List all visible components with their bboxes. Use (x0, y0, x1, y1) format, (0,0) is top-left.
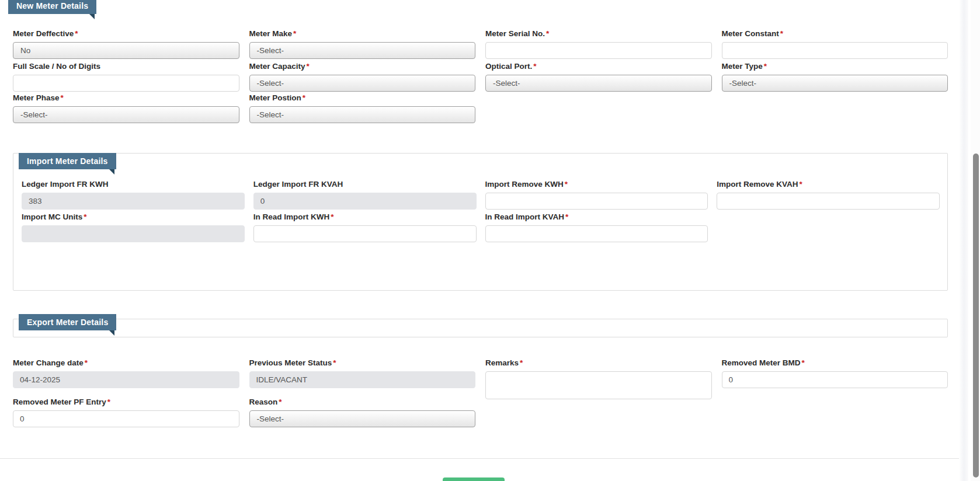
meter-type-label: Meter Type* (722, 62, 948, 71)
meter-serial-no-input[interactable] (485, 42, 712, 59)
section-header-export-meter-details: Export Meter Details (19, 314, 116, 330)
footer-divider (0, 458, 967, 459)
field-remarks: Remarks* (485, 358, 712, 399)
field-removed-meter-bmd: Removed Meter BMD* (722, 358, 948, 399)
right-gutter (959, 0, 968, 481)
field-import-remove-kvah: Import Remove KVAH* (717, 180, 940, 210)
ledger-import-fr-kwh-label: Ledger Import FR KWH (22, 180, 245, 189)
new-meter-row-2: Full Scale / No of Digits Meter Capacity… (13, 62, 948, 92)
import-remove-kvah-input[interactable] (717, 193, 940, 210)
field-full-scale: Full Scale / No of Digits (13, 62, 239, 92)
reason-select[interactable]: -Select- (249, 410, 476, 427)
field-meter-phase: Meter Phase* -Select- (13, 93, 239, 123)
in-read-import-kwh-input[interactable] (253, 225, 477, 242)
import-row-1: Ledger Import FR KWH Ledger Import FR KV… (22, 180, 940, 210)
optical-port-label: Optical Port.* (485, 62, 712, 71)
field-previous-meter-status: Previous Meter Status* (249, 358, 476, 399)
meter-position-select[interactable]: -Select- (249, 106, 476, 123)
field-meter-change-date: Meter Change date* (13, 358, 239, 399)
section-header-import-meter-details: Import Meter Details (19, 153, 116, 169)
optical-port-select[interactable]: -Select- (485, 75, 712, 92)
previous-meter-status-label: Previous Meter Status* (249, 358, 476, 367)
meter-make-label: Meter Make* (249, 29, 476, 38)
field-meter-type: Meter Type* -Select- (722, 62, 948, 92)
field-meter-capacity: Meter Capacity* -Select- (249, 62, 476, 92)
meter-defective-label: Meter Deffective* (13, 29, 239, 38)
removal-row-1: Meter Change date* Previous Meter Status… (13, 358, 948, 399)
meter-capacity-select[interactable]: -Select- (249, 75, 476, 92)
removal-row-2: Removed Meter PF Entry* Reason* -Select- (13, 398, 948, 427)
meter-constant-label: Meter Constant* (722, 29, 948, 38)
scrollbar-thumb[interactable] (973, 154, 979, 477)
meter-type-select[interactable]: -Select- (722, 75, 948, 92)
meter-constant-input[interactable] (722, 42, 948, 59)
ledger-import-fr-kwh-input (22, 193, 245, 210)
field-reason: Reason* -Select- (249, 398, 476, 427)
in-read-import-kvah-label: In Read Import KVAH* (485, 212, 708, 221)
field-meter-serial-no: Meter Serial No.* (485, 29, 712, 59)
field-in-read-import-kvah: In Read Import KVAH* (485, 212, 708, 242)
removed-meter-bmd-label: Removed Meter BMD* (722, 358, 948, 367)
field-meter-position: Meter Postion* -Select- (249, 93, 476, 123)
field-ledger-import-fr-kwh: Ledger Import FR KWH (22, 180, 245, 210)
in-read-import-kvah-input[interactable] (485, 225, 708, 242)
removed-meter-pf-entry-label: Removed Meter PF Entry* (13, 398, 239, 406)
meter-change-date-label: Meter Change date* (13, 358, 239, 367)
import-mc-units-input (22, 225, 245, 242)
import-row-2: Import MC Units* In Read Import KWH* In … (22, 212, 940, 242)
new-meter-row-3: Meter Phase* -Select- Meter Postion* -Se… (13, 93, 948, 123)
remarks-label: Remarks* (485, 358, 712, 367)
import-mc-units-label: Import MC Units* (22, 212, 245, 221)
import-remove-kvah-label: Import Remove KVAH* (717, 180, 940, 189)
field-removed-meter-pf-entry: Removed Meter PF Entry* (13, 398, 239, 427)
submit-button[interactable] (443, 477, 505, 481)
reason-label: Reason* (249, 398, 476, 406)
remarks-textarea[interactable] (485, 371, 712, 399)
field-meter-defective: Meter Deffective* No (13, 29, 239, 59)
meter-serial-no-label: Meter Serial No.* (485, 29, 712, 38)
section-header-new-meter-details: New Meter Details (8, 0, 96, 14)
field-meter-constant: Meter Constant* (722, 29, 948, 59)
field-meter-make: Meter Make* -Select- (249, 29, 476, 59)
removed-meter-bmd-input[interactable] (722, 371, 948, 388)
meter-defective-select[interactable]: No (13, 42, 239, 59)
meter-make-select[interactable]: -Select- (249, 42, 476, 59)
field-optical-port: Optical Port.* -Select- (485, 62, 712, 92)
in-read-import-kwh-label: In Read Import KWH* (253, 212, 477, 221)
full-scale-label: Full Scale / No of Digits (13, 62, 239, 71)
meter-phase-select[interactable]: -Select- (13, 106, 239, 123)
ledger-import-fr-kvah-label: Ledger Import FR KVAH (253, 180, 477, 189)
meter-position-label: Meter Postion* (249, 93, 476, 102)
ledger-import-fr-kvah-input (253, 193, 477, 210)
import-remove-kwh-label: Import Remove KWH* (485, 180, 708, 189)
meter-change-date-input (13, 371, 239, 388)
field-import-mc-units: Import MC Units* (22, 212, 245, 242)
field-in-read-import-kwh: In Read Import KWH* (253, 212, 477, 242)
removed-meter-pf-entry-input[interactable] (13, 410, 239, 427)
meter-capacity-label: Meter Capacity* (249, 62, 476, 71)
import-remove-kwh-input[interactable] (485, 193, 708, 210)
meter-phase-label: Meter Phase* (13, 93, 239, 102)
full-scale-input[interactable] (13, 75, 239, 92)
meter-change-form-page: New Meter Details Meter Deffective* No M… (0, 0, 980, 481)
previous-meter-status-input (249, 371, 476, 388)
new-meter-row-1: Meter Deffective* No Meter Make* -Select… (13, 29, 948, 59)
field-ledger-import-fr-kvah: Ledger Import FR KVAH (253, 180, 477, 210)
field-import-remove-kwh: Import Remove KWH* (485, 180, 708, 210)
export-section-box (13, 319, 948, 337)
